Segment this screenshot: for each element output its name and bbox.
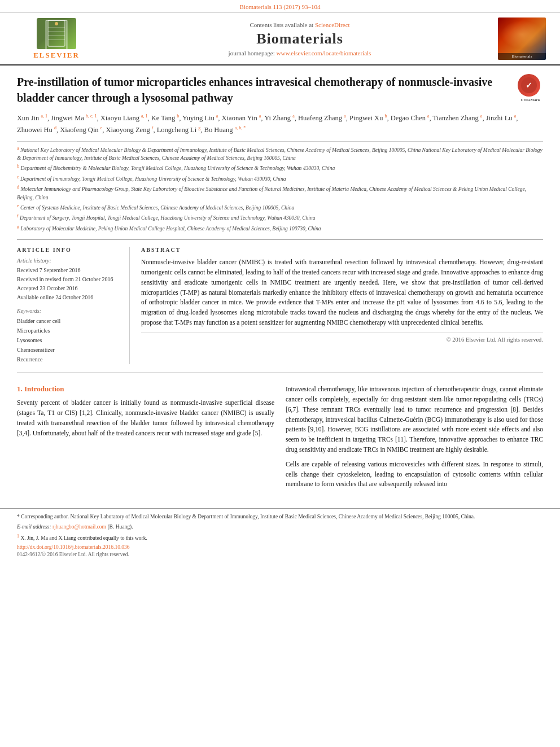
elsevier-logo-area: ELSEVIER: [11, 18, 102, 60]
email-note: E-mail address: rjhuangbo@hotmail.com (B…: [17, 523, 543, 531]
introduction-left-column: 1. Introduction Seventy percent of bladd…: [17, 385, 274, 494]
email-address[interactable]: rjhuangbo@hotmail.com: [53, 524, 106, 530]
article-title-area: Pre-instillation of tumor microparticles…: [17, 74, 543, 106]
available-date: Available online 24 October 2016: [17, 293, 121, 302]
introduction-title: 1. Introduction: [17, 385, 274, 394]
biomaterials-cover-area: Biomaterials: [498, 18, 549, 60]
keyword-4: Chemosensitizer: [17, 345, 121, 355]
sciencedirect-link[interactable]: ScienceDirect: [315, 21, 350, 28]
page-wrapper: Biomaterials 113 (2017) 93–104 ELSEVIER: [0, 0, 560, 557]
doi-link[interactable]: http://dx.doi.org/10.1016/j.biomaterials…: [17, 544, 543, 550]
svg-rect-0: [48, 20, 65, 46]
biomaterials-cover-image: Biomaterials: [498, 18, 546, 60]
journal-title: Biomaterials: [107, 30, 492, 47]
elsevier-wordmark: ELSEVIER: [33, 51, 80, 60]
keywords-list: Bladder cancer cell Microparticles Lysos…: [17, 316, 121, 364]
keywords-label: Keywords:: [17, 308, 121, 314]
sciencedirect-text: Contents lists available at ScienceDirec…: [107, 21, 492, 28]
elsevier-logo-icon: [37, 18, 76, 49]
copyright-line: © 2016 Elsevier Ltd. All rights reserved…: [141, 333, 543, 343]
email-label: E-mail address:: [17, 524, 51, 530]
introduction-paragraph-3: Cells are capable of releasing various m…: [286, 460, 543, 490]
keyword-1: Bladder cancer cell: [17, 316, 121, 326]
received-date: Received 7 September 2016: [17, 266, 121, 275]
journal-reference-text: Biomaterials 113 (2017) 93–104: [240, 3, 321, 10]
section-divider: [17, 373, 543, 373]
crossmark-icon: ✓: [518, 74, 540, 97]
received-revised-date: Received in revised form 21 October 2016: [17, 275, 121, 284]
introduction-paragraph-2: Intravesical chemotherapy, like intraven…: [286, 385, 543, 455]
affiliation-b: b Department of Biochemistry & Molecular…: [17, 163, 543, 172]
introduction-paragraph-1: Seventy percent of bladder cancer is ini…: [17, 398, 274, 438]
affiliations-section: a National Key Laboratory of Medical Mol…: [17, 141, 543, 233]
article-history-label: Article history:: [17, 257, 121, 264]
article-dates: Received 7 September 2016 Received in re…: [17, 266, 121, 302]
article-info-heading: ARTICLE INFO: [17, 247, 121, 253]
affiliation-c: c Department of Immunology, Tongji Medic…: [17, 174, 543, 183]
crossmark-badge[interactable]: ✓ CrossMark: [518, 74, 543, 99]
accepted-date: Accepted 23 October 2016: [17, 284, 121, 293]
affiliation-e: e Center of Systems Medicine, Institute …: [17, 203, 543, 212]
corresponding-author-note: * Corresponding author. National Key Lab…: [17, 513, 543, 521]
journal-header: ELSEVIER Contents lists available at Sci…: [0, 13, 560, 65]
footer-notes: * Corresponding author. National Key Lab…: [0, 508, 560, 557]
introduction-section: 1. Introduction Seventy percent of bladd…: [17, 379, 543, 494]
crossmark-label: CrossMark: [518, 98, 543, 103]
main-content: Pre-instillation of tumor microparticles…: [0, 65, 560, 505]
article-info-abstract-section: ARTICLE INFO Article history: Received 7…: [17, 239, 543, 364]
keyword-5: Recurrence: [17, 355, 121, 364]
journal-header-center: Contents lists available at ScienceDirec…: [107, 21, 492, 56]
affiliation-g: g Laboratory of Molecular Medicine, Peki…: [17, 224, 543, 233]
equal-contribution-note: 1 X. Jin, J. Ma and X.Liang contributed …: [17, 533, 543, 542]
homepage-url[interactable]: www.elsevier.com/locate/biomaterials: [277, 50, 371, 56]
abstract-heading: ABSTRACT: [141, 247, 543, 253]
svg-point-5: [55, 22, 58, 25]
authors-line: Xun Jin a, 1, Jingwei Ma b, c, 1, Xiaoyu…: [17, 112, 543, 137]
affiliation-a: a National Key Laboratory of Medical Mol…: [17, 145, 543, 163]
journal-reference-bar: Biomaterials 113 (2017) 93–104: [0, 0, 560, 13]
article-title-text: Pre-instillation of tumor microparticles…: [17, 76, 492, 104]
affiliation-f: f Department of Surgery, Tongji Hospital…: [17, 213, 543, 222]
svg-text:✓: ✓: [526, 81, 532, 90]
email-attribution: (B. Huang).: [107, 524, 133, 530]
elsevier-logo: ELSEVIER: [11, 18, 102, 60]
abstract-text: Nonmuscle-invasive bladder cancer (NMIBC…: [141, 257, 543, 328]
abstract-column: ABSTRACT Nonmuscle-invasive bladder canc…: [141, 247, 543, 364]
affiliation-d: d Molecular Immunology and Pharmacology …: [17, 184, 543, 202]
journal-homepage: journal homepage: www.elsevier.com/locat…: [107, 50, 492, 56]
keyword-2: Microparticles: [17, 326, 121, 335]
introduction-right-column: Intravesical chemotherapy, like intraven…: [286, 385, 543, 494]
keyword-3: Lysosomes: [17, 335, 121, 345]
issn-line: 0142-9612/© 2016 Elsevier Ltd. All right…: [17, 552, 543, 557]
article-info-column: ARTICLE INFO Article history: Received 7…: [17, 247, 130, 364]
biomaterials-cover-label: Biomaterials: [498, 53, 546, 60]
